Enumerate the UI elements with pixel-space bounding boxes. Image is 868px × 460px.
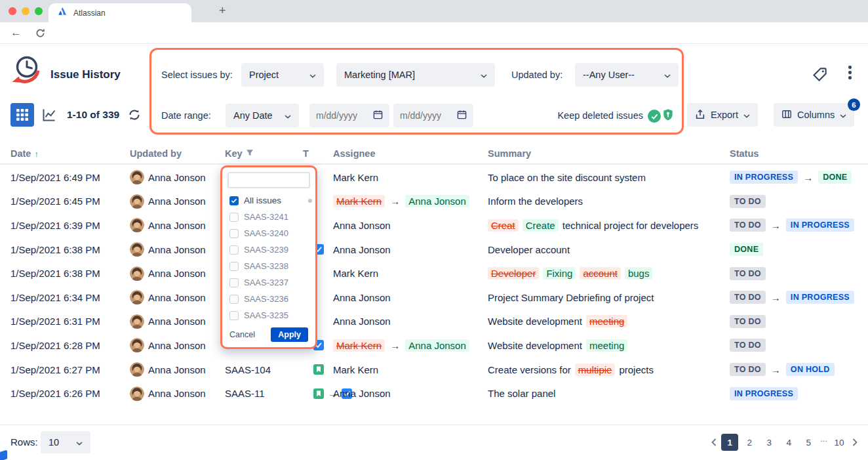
- date-to-input[interactable]: [400, 110, 455, 121]
- text-segment: Developer account: [488, 244, 570, 255]
- project-dropdown[interactable]: Marketing [MAR]: [336, 63, 495, 87]
- browser-tab-strip: Atlassian +: [0, 0, 868, 22]
- shield-icon: [661, 108, 675, 125]
- page-button[interactable]: 4: [780, 434, 797, 451]
- cell-assignee: Anna Jonson: [333, 244, 488, 255]
- chevron-down-icon: [481, 70, 487, 80]
- cancel-button[interactable]: Cancel: [229, 330, 255, 339]
- checkbox-unchecked[interactable]: [229, 262, 239, 271]
- key-filter-option[interactable]: SAAS-3237: [222, 274, 315, 291]
- column-header-date[interactable]: Date↑: [10, 148, 130, 159]
- checkbox-unchecked[interactable]: [229, 245, 239, 255]
- cell-updated-by: Anna Jonson: [130, 387, 225, 401]
- avatar: [130, 362, 144, 377]
- cell-assignee: Mark Kern: [333, 364, 488, 375]
- key-filter-option[interactable]: SAAS-3239: [222, 241, 315, 258]
- chevron-down-icon: [285, 110, 291, 121]
- date-range-dropdown[interactable]: Any Date: [226, 104, 299, 127]
- option-label: SAAS-3235: [244, 310, 288, 320]
- next-page-icon[interactable]: [852, 438, 858, 446]
- table-row: 1/Sep/2021 6:31 PMAnna JonsonAnna Jonson…: [0, 310, 868, 334]
- app-root: Issue History Select issues by: Project …: [0, 44, 868, 460]
- date-to-field[interactable]: [393, 104, 473, 127]
- apply-button[interactable]: Apply: [271, 327, 308, 342]
- checkbox-unchecked[interactable]: [229, 213, 239, 222]
- page-button[interactable]: 3: [760, 434, 778, 451]
- checkbox-checked[interactable]: [229, 196, 239, 205]
- page-button[interactable]: 2: [741, 434, 758, 451]
- page-button[interactable]: 1: [721, 434, 738, 451]
- browser-window: Atlassian + ← https://marketplace.atlass…: [0, 0, 868, 460]
- new-tab-button[interactable]: +: [219, 4, 226, 18]
- cell-summary: DeveloperFixingaccountbugs: [488, 267, 730, 280]
- atlassian-favicon: [58, 7, 68, 19]
- cell-date: 1/Sep/2021 6:27 PM: [10, 364, 130, 375]
- rows-per-page-value: 10: [49, 437, 59, 448]
- page-button[interactable]: 5: [800, 434, 817, 451]
- check-icon: [648, 110, 661, 123]
- back-button[interactable]: ←: [10, 26, 22, 39]
- cell-updated-by: Anna Jonson: [130, 194, 225, 209]
- minimize-window-button[interactable]: [22, 7, 30, 15]
- column-header-key[interactable]: Key: [225, 148, 300, 159]
- reload-button[interactable]: [35, 28, 45, 41]
- text-segment: projects: [619, 364, 654, 375]
- keep-deleted-toggle[interactable]: [648, 108, 675, 125]
- page-button[interactable]: 10: [831, 434, 848, 451]
- cell-status: TO DO: [730, 267, 868, 280]
- key-filter-all-option[interactable]: All issues: [222, 192, 315, 209]
- status-badge: TO DO: [730, 339, 766, 352]
- column-label: Date: [10, 148, 31, 159]
- refresh-icon[interactable]: [128, 109, 140, 123]
- key-filter-option[interactable]: SAAS-3241: [222, 209, 315, 225]
- export-button[interactable]: Export: [687, 103, 758, 127]
- date-range-value: Any Date: [233, 110, 273, 121]
- scrollbar-thumb[interactable]: [308, 199, 312, 203]
- chat-widget-peek[interactable]: [0, 450, 7, 460]
- calendar-icon[interactable]: [373, 110, 383, 122]
- column-label: Updated by: [130, 148, 182, 159]
- key-filter-search-input[interactable]: [227, 172, 310, 188]
- cell-summary: Create versions formultipieprojects: [488, 364, 730, 376]
- tag-icon[interactable]: [812, 66, 828, 85]
- change-arrow-icon: →: [771, 364, 781, 375]
- select-issues-by-label: Select issues by:: [161, 63, 233, 87]
- updated-by-label: Updated by:: [511, 63, 562, 87]
- columns-button[interactable]: Columns: [774, 103, 854, 127]
- calendar-icon[interactable]: [457, 110, 467, 122]
- columns-icon: [781, 109, 792, 121]
- status-badge: DONE: [818, 171, 852, 184]
- zoom-window-button[interactable]: [35, 7, 43, 15]
- key-filter-option[interactable]: SAAS-3236: [222, 291, 315, 307]
- text-segment: Anna Jonson: [333, 244, 391, 255]
- checkbox-unchecked[interactable]: [229, 278, 239, 287]
- updated-by-dropdown[interactable]: --Any User--: [575, 63, 679, 87]
- date-from-input[interactable]: [316, 110, 371, 121]
- table-row: 1/Sep/2021 6:28 PMAnna JonsonSAAS-26Mark…: [0, 333, 868, 358]
- checkbox-unchecked[interactable]: [229, 311, 239, 320]
- select-by-dropdown[interactable]: Project: [241, 63, 324, 87]
- key-filter-dropdown: All issues SAAS-3241SAAS-3240SAAS-3239SA…: [220, 165, 317, 349]
- status-badge: TO DO: [730, 195, 766, 208]
- text-segment: Mark Kern: [333, 268, 378, 279]
- filter-funnel-icon[interactable]: [246, 148, 254, 159]
- close-window-button[interactable]: [9, 7, 16, 15]
- checkbox-unchecked[interactable]: [229, 295, 239, 304]
- text-segment: Anna Jonson: [333, 292, 391, 303]
- browser-tab[interactable]: Atlassian: [49, 3, 191, 22]
- checkbox-unchecked[interactable]: [229, 229, 239, 238]
- date-from-field[interactable]: [309, 104, 389, 127]
- change-arrow-icon: →: [803, 172, 813, 183]
- column-label: Summary: [488, 148, 531, 159]
- chart-view-button[interactable]: [37, 103, 61, 127]
- cell-status: TO DO→ON HOLD: [730, 363, 868, 376]
- key-filter-option[interactable]: SAAS-3240: [222, 225, 315, 241]
- previous-page-icon[interactable]: [711, 438, 717, 446]
- text-segment: Website development: [488, 340, 582, 351]
- key-filter-option[interactable]: SAAS-3238: [222, 258, 315, 274]
- grid-view-button[interactable]: [10, 103, 34, 127]
- text-segment: Anna Jonson: [333, 388, 391, 399]
- app-menu-icon[interactable]: [848, 66, 852, 79]
- key-filter-option[interactable]: SAAS-3235: [222, 307, 315, 324]
- rows-per-page-dropdown[interactable]: 10: [41, 431, 90, 453]
